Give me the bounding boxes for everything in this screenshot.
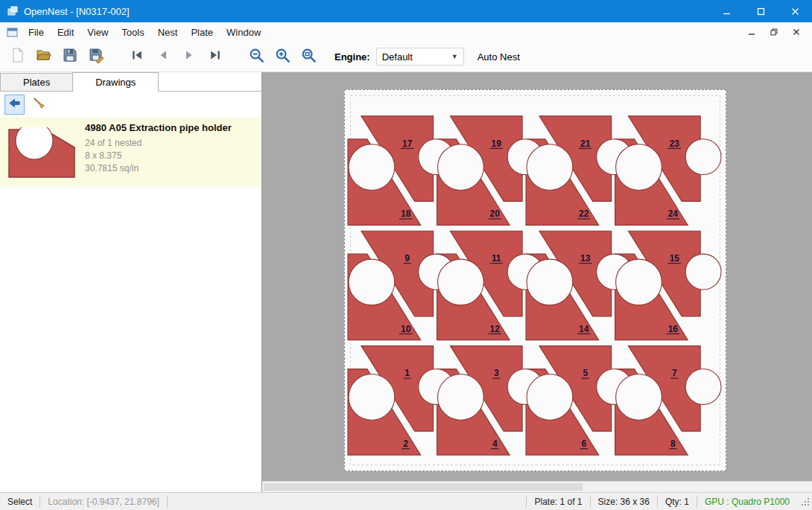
menu-item-file[interactable]: File (22, 24, 51, 41)
drawings-toolbar (0, 92, 261, 117)
menu-item-nest[interactable]: Nest (151, 24, 185, 41)
toolbar: Engine: Default ▼ Auto Nest (0, 42, 812, 72)
part-number-label: 15 (670, 253, 680, 264)
part-cradle-hole (438, 374, 484, 421)
save-button[interactable] (58, 45, 82, 68)
part-number-label: 6 (581, 439, 586, 449)
minimize-button[interactable] (709, 0, 743, 22)
zoom-fit-button[interactable] (296, 45, 320, 68)
drawing-nested-count: 24 of 1 nested (85, 137, 232, 150)
nest-canvas[interactable]: 171819202122232491011121314151612345678 (262, 72, 812, 492)
engine-value: Default (382, 51, 413, 63)
menu-item-plate[interactable]: Plate (184, 24, 220, 41)
menu-item-tools[interactable]: Tools (115, 24, 150, 41)
last-plate-button[interactable] (203, 45, 227, 68)
mdi-window-controls (742, 25, 812, 39)
part-cradle-hole (349, 259, 395, 305)
part-cradle-hole (349, 374, 395, 421)
save-as-button[interactable] (84, 45, 108, 68)
send-to-nest-button[interactable] (4, 95, 25, 115)
part-number-label: 13 (580, 253, 591, 264)
part-cradle-hole (527, 259, 573, 305)
part-cradle-hole (685, 139, 721, 175)
new-button[interactable] (6, 45, 30, 68)
status-size: Size: 36 x 36 (591, 497, 657, 507)
engine-select[interactable]: Default ▼ (376, 48, 464, 66)
part-cradle-hole (616, 374, 662, 421)
save-icon (62, 47, 78, 66)
first-icon (130, 48, 144, 65)
tab-plates[interactable]: Plates (0, 73, 73, 91)
menu-item-window[interactable]: Window (220, 24, 267, 41)
plate[interactable]: 171819202122232491011121314151612345678 (344, 89, 726, 471)
part-thumbnail (6, 121, 77, 180)
clean-button[interactable] (29, 95, 49, 115)
part-cradle-hole (527, 374, 573, 421)
menu-item-edit[interactable]: Edit (51, 24, 80, 41)
horizontal-scrollbar[interactable] (262, 481, 812, 492)
part-number-label: 16 (668, 324, 679, 334)
part-cradle-hole (685, 369, 721, 405)
part-cradle-hole (616, 144, 662, 191)
main-area: Plates Drawings (0, 72, 812, 492)
part-cradle-hole (685, 254, 721, 290)
new-icon (10, 47, 26, 66)
open-icon (36, 47, 52, 66)
part-number-label: 24 (668, 208, 679, 219)
mdi-close-button[interactable] (787, 25, 806, 39)
previous-plate-button[interactable] (151, 45, 175, 68)
send-to-nest-icon (7, 96, 22, 113)
part-cradle-hole (527, 144, 573, 191)
part-number-label: 22 (579, 208, 589, 219)
tab-drawings[interactable]: Drawings (72, 72, 159, 92)
zoom-out-icon (248, 47, 265, 67)
part-cradle-hole (349, 144, 395, 191)
titlebar: OpenNest - [N0317-002] (0, 0, 812, 22)
window-controls (709, 0, 812, 22)
scrollbar-thumb[interactable] (264, 483, 583, 491)
sidebar: Plates Drawings (0, 72, 262, 492)
last-icon (209, 48, 222, 65)
part-number-label: 17 (402, 138, 413, 149)
status-separator (167, 496, 168, 508)
app-logo-icon (7, 5, 19, 17)
mdi-minimize-button[interactable] (742, 25, 761, 39)
next-plate-button[interactable] (177, 45, 201, 68)
app-window: OpenNest - [N0317-002] File Edit View To… (0, 0, 812, 510)
auto-nest-button[interactable]: Auto Nest (478, 51, 520, 63)
part-number-label: 20 (490, 208, 501, 219)
menu-item-view[interactable]: View (80, 24, 115, 41)
status-gpu: GPU : Quadro P1000 (697, 497, 797, 507)
chevron-down-icon: ▼ (451, 53, 458, 60)
part-number-label: 2 (403, 439, 408, 449)
drawing-title: 4980 A05 Extraction pipe holder (85, 122, 232, 133)
zoom-in-button[interactable] (270, 45, 294, 68)
part-cradle-hole (438, 259, 484, 305)
part-number-label: 12 (490, 324, 501, 334)
zoom-in-icon (274, 47, 291, 67)
status-mode: Select (0, 497, 39, 507)
drawing-list-item[interactable]: 4980 A05 Extraction pipe holder 24 of 1 … (0, 117, 261, 187)
close-button[interactable] (778, 0, 812, 22)
zoom-out-button[interactable] (244, 45, 268, 68)
part-number-label: 8 (670, 439, 676, 449)
previous-icon (156, 48, 170, 65)
status-plate: Plate: 1 of 1 (527, 497, 589, 507)
next-icon (183, 48, 196, 65)
part-number-label: 11 (492, 253, 501, 264)
part-number-label: 21 (580, 138, 591, 149)
window-title: OpenNest - [N0317-002] (24, 6, 130, 17)
status-location: Location: [-0.9437, 21.8796] (40, 497, 166, 507)
maximize-button[interactable] (743, 0, 778, 22)
mdi-restore-button[interactable] (764, 25, 784, 39)
resize-grip-icon[interactable] (799, 495, 812, 509)
part-number-label: 7 (672, 368, 677, 378)
statusbar: Select Location: [-0.9437, 21.8796] Plat… (0, 492, 812, 510)
drawing-dimensions: 8 x 8.375 (85, 150, 232, 162)
first-plate-button[interactable] (125, 45, 149, 68)
part-number-label: 18 (401, 208, 411, 219)
open-button[interactable] (32, 45, 56, 68)
part-number-label: 4 (492, 439, 498, 449)
drawing-area: 30.7815 sq/in (85, 162, 232, 175)
part-number-label: 10 (401, 324, 411, 334)
